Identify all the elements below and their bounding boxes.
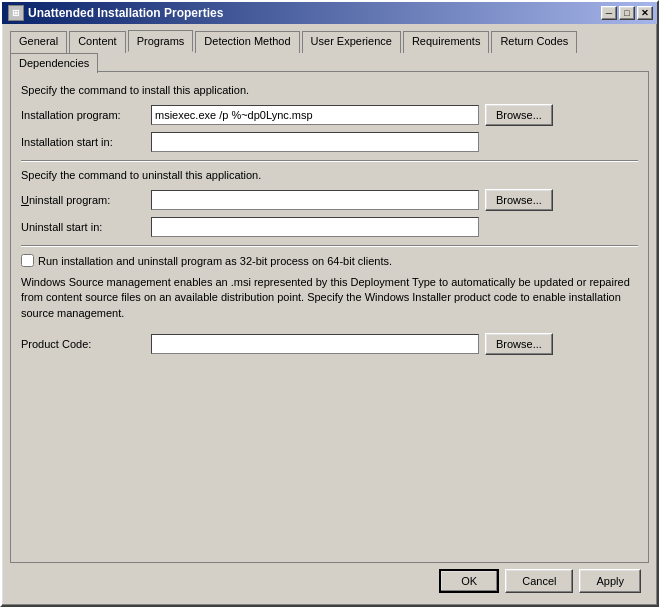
tab-programs[interactable]: Programs [128, 30, 194, 52]
checkbox-row: Run installation and uninstall program a… [21, 254, 638, 267]
install-program-input[interactable] [151, 105, 479, 125]
product-code-row: Product Code: Browse... [21, 333, 638, 355]
product-code-browse-button[interactable]: Browse... [485, 333, 553, 355]
title-bar-text: ⊞ Unattended Installation Properties [8, 5, 223, 21]
cancel-button[interactable]: Cancel [505, 569, 573, 593]
divider-2 [21, 245, 638, 246]
maximize-button[interactable]: □ [619, 6, 635, 20]
uninstall-start-label: Uninstall start in: [21, 221, 151, 233]
minimize-button[interactable]: ─ [601, 6, 617, 20]
tab-dependencies[interactable]: Dependencies [10, 53, 98, 73]
product-code-label: Product Code: [21, 338, 151, 350]
window-content: General Content Programs Detection Metho… [2, 24, 657, 605]
tab-panel-programs: Specify the command to install this appl… [10, 71, 649, 563]
uninstall-program-input[interactable] [151, 190, 479, 210]
title-bar: ⊞ Unattended Installation Properties ─ □… [2, 2, 657, 24]
window-icon: ⊞ [8, 5, 24, 21]
tab-detection-method[interactable]: Detection Method [195, 31, 299, 53]
tab-user-experience[interactable]: User Experience [302, 31, 401, 53]
tab-return-codes[interactable]: Return Codes [491, 31, 577, 53]
install-program-row: Installation program: Browse... [21, 104, 638, 126]
install-description: Specify the command to install this appl… [21, 84, 638, 96]
install-program-browse-button[interactable]: Browse... [485, 104, 553, 126]
run-32bit-label: Run installation and uninstall program a… [38, 255, 392, 267]
tab-content[interactable]: Content [69, 31, 126, 53]
tab-bar: General Content Programs Detection Metho… [10, 30, 649, 72]
divider-1 [21, 160, 638, 161]
close-button[interactable]: ✕ [637, 6, 653, 20]
uninstall-start-row: Uninstall start in: [21, 217, 638, 237]
install-start-input[interactable] [151, 132, 479, 152]
uninstall-description: Specify the command to uninstall this ap… [21, 169, 638, 181]
main-window: ⊞ Unattended Installation Properties ─ □… [0, 0, 659, 607]
tab-requirements[interactable]: Requirements [403, 31, 489, 53]
uninstall-start-input[interactable] [151, 217, 479, 237]
install-start-row: Installation start in: [21, 132, 638, 152]
apply-button[interactable]: Apply [579, 569, 641, 593]
install-start-label: Installation start in: [21, 136, 151, 148]
uninstall-program-row: Uninstall program: Browse... [21, 189, 638, 211]
product-code-input[interactable] [151, 334, 479, 354]
uninstall-program-label: Uninstall program: [21, 194, 151, 206]
tab-general[interactable]: General [10, 31, 67, 53]
bottom-buttons: OK Cancel Apply [10, 563, 649, 597]
uninstall-program-browse-button[interactable]: Browse... [485, 189, 553, 211]
run-32bit-checkbox[interactable] [21, 254, 34, 267]
install-program-label: Installation program: [21, 109, 151, 121]
window-title: Unattended Installation Properties [28, 6, 223, 20]
title-bar-buttons: ─ □ ✕ [601, 6, 653, 20]
info-text: Windows Source management enables an .ms… [21, 275, 638, 321]
ok-button[interactable]: OK [439, 569, 499, 593]
